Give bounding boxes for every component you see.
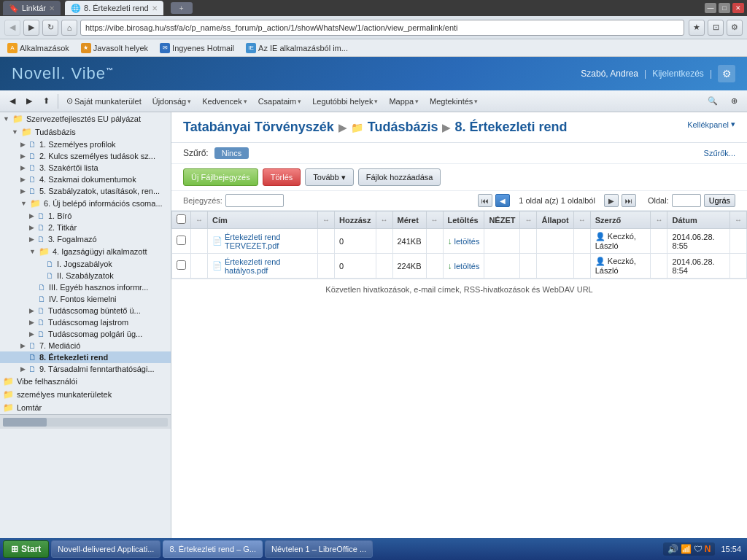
new-file-button[interactable]: Új Fájlbejegyzés [183, 168, 258, 186]
kellekpanel-button[interactable]: Kellékpanel ▾ [687, 120, 735, 129]
sidebar-item-tudascso-lajstrom[interactable]: ▶ 🗋 Tudáscsomag lajstrom [0, 316, 171, 328]
nav-csapataim[interactable]: Csapataim ▾ [253, 93, 307, 110]
sidebar-item-vibe[interactable]: 📁 Vibe felhasználói [0, 375, 171, 388]
taskbar-item-novell[interactable]: Novell-delivered Applicati... [51, 540, 160, 558]
breadcrumb-part1[interactable]: Tatabányai Törvényszék [183, 120, 334, 135]
search-button[interactable]: 🔍 [703, 93, 723, 110]
h-scroll-thumb[interactable] [3, 418, 47, 427]
reload-button[interactable]: ↻ [42, 20, 58, 36]
sidebar-item-ertekezleti[interactable]: ▶ 🗋 8. Értekezleti rend [0, 351, 171, 363]
sidebar-item-tudascso-bunteto[interactable]: ▶ 🗋 Tudáscsomag büntető ü... [0, 305, 171, 316]
tab-close-2[interactable]: ✕ [152, 4, 158, 12]
new-tab-button[interactable]: + [171, 2, 193, 14]
th-resize-5[interactable]: ↔ [520, 211, 537, 229]
tab-ertekezleti[interactable]: 🌐 8. Értekezleti rend ✕ [65, 1, 163, 15]
nav-ujdonsag[interactable]: Újdonság ▾ [147, 93, 196, 110]
th-nezet[interactable]: NÉZET [484, 211, 520, 229]
row2-cim-link[interactable]: 📄 Értekezleti rend hatályos.pdf [212, 257, 313, 275]
nav-kedvencek[interactable]: Kedvencek ▾ [197, 93, 252, 110]
address-bar[interactable] [80, 20, 684, 36]
last-page-button[interactable]: ⏭ [622, 194, 636, 207]
sidebar-item-3[interactable]: ▶ 🗋 3. Szakértői lista [0, 162, 171, 174]
page-number-input[interactable] [672, 194, 701, 207]
th-resize-2[interactable]: ↔ [318, 211, 335, 229]
breadcrumb-part2[interactable]: Tudásbázis [368, 120, 438, 135]
sidebar-item-fogalmazo[interactable]: ▶ 🗋 3. Fogalmazó [0, 233, 171, 245]
first-page-button[interactable]: ⏮ [478, 194, 492, 207]
sidebar-item-szabalyzatok[interactable]: ▶ 🗋 II. Szabályzatok [0, 270, 171, 281]
row1-cim-link[interactable]: 📄 Értekezleti rend TERVEZET.pdf [212, 233, 313, 250]
sidebar-item-szemelyes[interactable]: 📁 személyes munkaterületek [0, 388, 171, 401]
tab-close-1[interactable]: ✕ [49, 4, 55, 12]
th-resize-1[interactable]: ↔ [191, 211, 208, 229]
logout-link[interactable]: Kijelentkezés [652, 69, 704, 79]
sidebar-item-jogszabalyok[interactable]: ▶ 🗋 I. Jogszabályok [0, 258, 171, 270]
filter-value[interactable]: Nincs [214, 147, 249, 159]
more-button[interactable]: Tovább ▾ [305, 168, 353, 186]
szurok-link[interactable]: Szűrők... [704, 149, 735, 158]
row1-checkbox[interactable] [177, 236, 186, 245]
sidebar-item-5[interactable]: ▶ 🗋 5. Szabályzatok, utasítások, ren... [0, 185, 171, 197]
new-item-button[interactable]: ⊕ [726, 93, 743, 110]
home-button[interactable]: ⌂ [61, 20, 77, 36]
nav-megtekintes[interactable]: Megtekintés ▾ [425, 93, 483, 110]
sidebar-scrollbar[interactable] [0, 414, 171, 429]
delete-button[interactable]: Törlés [263, 168, 301, 186]
sidebar-item-igazsagugyi[interactable]: ▼ 📁 4. Igazságügyi alkalmazott [0, 245, 171, 258]
favorites-button[interactable]: ★ [689, 20, 705, 36]
sidebar-item-lomtar[interactable]: 📁 Lomtár [0, 401, 171, 414]
sidebar-item-4[interactable]: ▶ 🗋 4. Szakmai dokumentumok [0, 174, 171, 185]
nav-forward-button[interactable]: ▶ [21, 93, 37, 110]
sidebar-item-tarsadalmi[interactable]: ▶ 🗋 9. Társadalmi fenntarthatósági... [0, 363, 171, 375]
maximize-button[interactable]: □ [719, 3, 730, 13]
sidebar-item-6[interactable]: ▼ 📁 6. Új belépő információs csoma... [0, 197, 171, 210]
h-scroll-track[interactable] [3, 418, 168, 427]
th-szerzo[interactable]: Szerző [590, 211, 651, 229]
add-files-button[interactable]: Fájlok hozzáadása [358, 168, 441, 186]
th-resize-8[interactable]: ↔ [730, 211, 747, 229]
nav-sajat-munkaterulet[interactable]: ⊙ Saját munkaterület [61, 93, 147, 110]
sidebar-item-szervezet[interactable]: ▼ 📁 Szervezetfejlesztés EU pályázat [0, 112, 171, 125]
forward-button[interactable]: ▶ [23, 20, 39, 36]
row1-letoltes-link[interactable]: ↓ letöltés [448, 236, 480, 246]
sidebar-item-1[interactable]: ▶ 🗋 1. Személyes profilok [0, 139, 171, 150]
sidebar-item-mediacio[interactable]: ▶ 🗋 7. Mediáció [0, 340, 171, 351]
sidebar-item-2[interactable]: ▶ 🗋 2. Kulcs személyes tudások sz... [0, 150, 171, 162]
sidebar-item-titkar[interactable]: ▶ 🗋 2. Titkár [0, 222, 171, 233]
th-resize-3[interactable]: ↔ [376, 211, 392, 229]
sidebar-item-tudasbazis[interactable]: ▼ 📁 Tudásbázis [0, 125, 171, 139]
go-button[interactable]: Ugrás [704, 194, 735, 207]
th-meret[interactable]: Méret [392, 211, 426, 229]
prev-page-button[interactable]: ◀ [495, 194, 510, 207]
nav-legutobbi[interactable]: Legutóbbi helyek ▾ [307, 93, 383, 110]
next-page-button[interactable]: ▶ [604, 194, 619, 207]
start-button[interactable]: ⊞ Start [3, 540, 49, 558]
th-letoltes[interactable]: Letöltés [443, 211, 484, 229]
th-resize-4[interactable]: ↔ [426, 211, 443, 229]
nav-up-button[interactable]: ⬆ [38, 93, 55, 110]
sidebar-item-fontos[interactable]: 🗋 IV. Fontos kiemelni [0, 293, 171, 305]
th-allapot[interactable]: Állapot [537, 211, 573, 229]
nav-mappa[interactable]: Mappa ▾ [384, 93, 424, 110]
taskbar-item-libreoffice[interactable]: Névtelen 1 – LibreOffice ... [265, 540, 373, 558]
bookmark-alkalmazasok[interactable]: A Alkalmazások [4, 42, 72, 54]
settings-button[interactable]: ⚙ [718, 65, 735, 82]
sidebar-item-egyeb[interactable]: 🗋 III. Egyéb hasznos informr... [0, 281, 171, 293]
th-resize-6[interactable]: ↔ [573, 211, 590, 229]
bejegyzes-input[interactable] [225, 194, 284, 207]
bookmark-ie[interactable]: IE Az IE alkalmazásból im... [243, 42, 351, 54]
minimize-button[interactable]: — [705, 3, 716, 13]
th-datum[interactable]: Dátum [667, 211, 730, 229]
tools-button[interactable]: ⚙ [727, 20, 743, 36]
row2-checkbox[interactable] [177, 260, 186, 270]
tab-linktár[interactable]: 🔖 Linktár ✕ [3, 1, 61, 15]
th-hozzasz[interactable]: Hozzász [335, 211, 376, 229]
bookmark-hotmail[interactable]: ✉ Ingyenes Hotmail [157, 42, 237, 54]
bookmark-javasolt[interactable]: ★ Javasolt helyek [78, 42, 151, 54]
select-all-checkbox[interactable] [177, 214, 186, 224]
sidebar-item-tudascso-polgari[interactable]: ▶ 🗋 Tudáscsomag polgári üg... [0, 328, 171, 340]
back-button[interactable]: ◀ [4, 20, 20, 36]
sidebar-item-biro[interactable]: ▶ 🗋 1. Bíró [0, 210, 171, 222]
row2-letoltes-link[interactable]: ↓ letöltés [448, 261, 480, 271]
taskbar-item-ertekezleti[interactable]: 8. Értekezleti rend – G... [163, 540, 263, 558]
